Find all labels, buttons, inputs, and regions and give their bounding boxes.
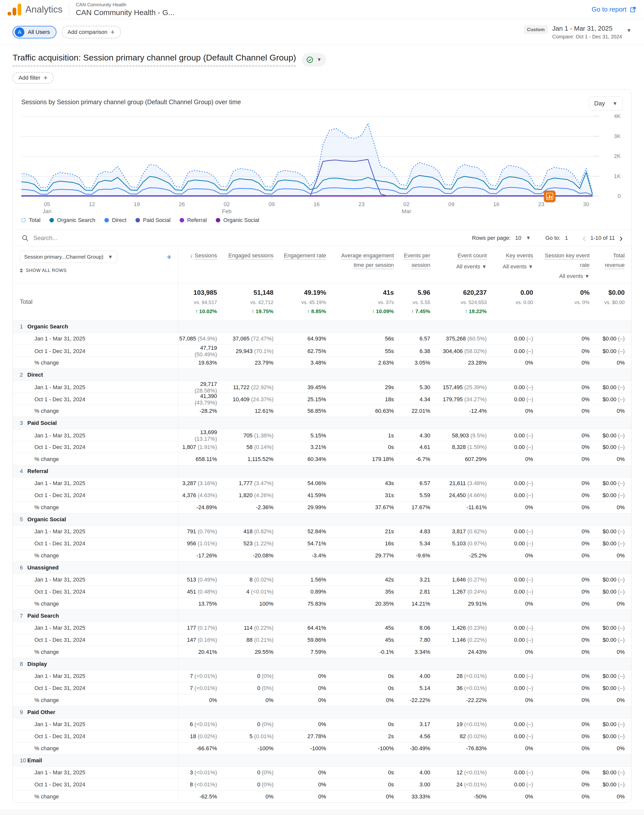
period-label: Oct 1 - Dec 31, 2024 <box>13 733 85 740</box>
add-dimension-button[interactable]: + <box>167 252 172 262</box>
dimension-selector[interactable]: Session primary...Channel Group)▼ <box>20 251 117 263</box>
totals-cell: 41svs. 37s↑ 10.09% <box>333 283 400 320</box>
column-header: Event countAll events ▼ <box>437 246 493 283</box>
granularity-select[interactable]: Day▼ <box>589 97 623 111</box>
legend-item: Total <box>21 217 40 223</box>
metric-value: 24.43% <box>437 649 493 655</box>
metric-value: 18 (0.02%) <box>178 733 224 740</box>
metric-value: 1,146 (0.22%) <box>437 637 493 643</box>
metric-value: 52.84% <box>280 528 333 535</box>
period-row: Oct 1 - Dec 31, 202447,719 (50.49%)29,94… <box>13 344 631 357</box>
channel-name: Paid Social <box>28 420 57 426</box>
metric-value: 451 (0.48%) <box>178 589 224 595</box>
metric-value: 29.91% <box>437 601 493 607</box>
column-header-label[interactable]: Session key event rate <box>545 252 590 268</box>
column-header-label[interactable]: Average engagement time per session <box>341 252 394 268</box>
column-header-label[interactable]: Engaged sessions <box>228 252 273 258</box>
date-range-picker[interactable]: Custom Jan 1 - Mar 31, 2025 Compare: Oct… <box>524 25 632 40</box>
row-index: 1 <box>13 323 28 330</box>
column-header: Engaged sessions <box>224 246 280 283</box>
metric-value: 0.00 (–) <box>493 480 540 487</box>
metric-value: 4.56 <box>400 733 437 740</box>
metric-filter[interactable]: All events ▼ <box>493 263 533 270</box>
search-input[interactable] <box>33 235 472 241</box>
chart-title: Sessions by Session primary channel grou… <box>21 97 241 106</box>
channel-group-row: 6Unassigned <box>13 561 631 574</box>
chevron-down-icon: ▼ <box>584 274 590 279</box>
channel-name: Paid Other <box>28 709 55 715</box>
property-name[interactable]: CAN Community Health - G... <box>76 8 174 17</box>
column-header-label[interactable]: Engagement rate <box>284 252 326 258</box>
prev-page-icon[interactable]: ‹ <box>583 233 586 243</box>
metric-value: 0.89% <box>280 589 333 595</box>
metric-value: 0% <box>540 528 596 535</box>
metric-value: 0% <box>493 360 540 366</box>
metric-value: 157,495 (25.39%) <box>437 384 493 391</box>
period-label: % change <box>13 504 59 511</box>
goto-value[interactable]: 1 <box>565 235 568 241</box>
add-comparison-button[interactable]: Add comparison+ <box>61 26 121 38</box>
column-header-label[interactable]: Event count <box>458 252 487 258</box>
go-to-report-link[interactable]: Go to report <box>592 6 636 13</box>
metric-value: 418 (0.82%) <box>224 528 280 535</box>
metric-value: 17.67% <box>400 504 437 511</box>
metric-value: 10,409 (24.37%) <box>224 396 280 403</box>
metric-value: 7 (<0.01%) <box>178 685 224 692</box>
metric-value: $0.00 (–) <box>596 673 631 680</box>
metric-value: 60.34% <box>280 456 333 463</box>
legend-item: Referral <box>179 217 207 223</box>
totals-cell: 0.00vs. 0.00 <box>493 283 540 320</box>
metric-value: 0.00 (–) <box>493 721 540 727</box>
metric-value: 19.63% <box>178 360 224 366</box>
segment-all-users[interactable]: A All Users <box>12 26 57 38</box>
metric-value: 0s <box>333 685 400 692</box>
channel-group-row: 4Referral <box>13 465 631 477</box>
metric-value: 1.56% <box>280 577 333 583</box>
rows-per-page-value[interactable]: 10 <box>515 235 521 241</box>
column-header-label[interactable]: Sessions <box>195 252 217 258</box>
metric-value: 3.17 <box>400 721 437 727</box>
metric-value: $0.00 (–) <box>596 444 631 451</box>
metric-value: 31s <box>333 492 400 499</box>
metric-value: 6 (<0.01%) <box>178 721 224 727</box>
metric-value: 0% <box>493 745 540 752</box>
column-header-label[interactable]: Events per session <box>404 252 430 268</box>
metric-value: 3.05% <box>400 360 437 366</box>
insights-button[interactable] <box>544 191 555 202</box>
next-page-icon[interactable]: › <box>619 233 623 243</box>
metric-value: $0.00 (–) <box>596 348 631 355</box>
metric-value: 39.45% <box>280 384 333 391</box>
metric-value: 0.00 (–) <box>493 444 540 451</box>
metric-value: 59.86% <box>280 637 333 643</box>
metric-value: -66.67% <box>178 745 224 752</box>
metric-filter[interactable]: All events ▼ <box>540 273 590 280</box>
period-label: Jan 1 - Mar 31, 2025 <box>13 528 85 535</box>
metric-value: 100% <box>224 601 280 607</box>
metric-value: $0.00 (–) <box>596 384 631 391</box>
add-filter-button[interactable]: Add filter+ <box>12 72 54 84</box>
metric-value: 11,722 (22.92%) <box>224 384 280 391</box>
metric-value: 3,287 (3.16%) <box>178 480 224 487</box>
report-status-badge[interactable]: ▼ <box>302 53 326 66</box>
channel-group-row: 1Organic Search <box>13 320 631 332</box>
metric-value: 4.30 <box>400 432 437 439</box>
metric-value: 1,777 (3.47%) <box>224 480 280 487</box>
chevron-down-icon[interactable]: ▼ <box>526 235 531 241</box>
metric-value: 3 (<0.01%) <box>178 769 224 776</box>
column-header-label[interactable]: Total revenue <box>605 252 625 268</box>
row-index: 5 <box>13 516 28 523</box>
show-all-rows-button[interactable]: SHOW ALL ROWS <box>20 268 172 273</box>
metric-value: 0 (0%) <box>224 721 280 727</box>
metric-value: 27.78% <box>280 733 333 740</box>
column-header-label[interactable]: Key events <box>506 252 533 258</box>
metric-value: 0% <box>596 456 631 463</box>
percent-change-row: % change-62.5%0%0%0%33.33%-50%0%0%0% <box>13 790 631 803</box>
comparison-bar: A All Users Add comparison+ Custom Jan 1… <box>0 19 644 45</box>
metric-value: 4.00 <box>400 769 437 776</box>
metric-value: 7.59% <box>280 649 333 655</box>
metric-filter[interactable]: All events ▼ <box>437 263 487 270</box>
metric-value: 4.61 <box>400 444 437 451</box>
metric-value: 0.00 (–) <box>493 577 540 583</box>
metric-value: 7 (<0.01%) <box>178 673 224 680</box>
metric-value: 0.00 (–) <box>493 637 540 643</box>
